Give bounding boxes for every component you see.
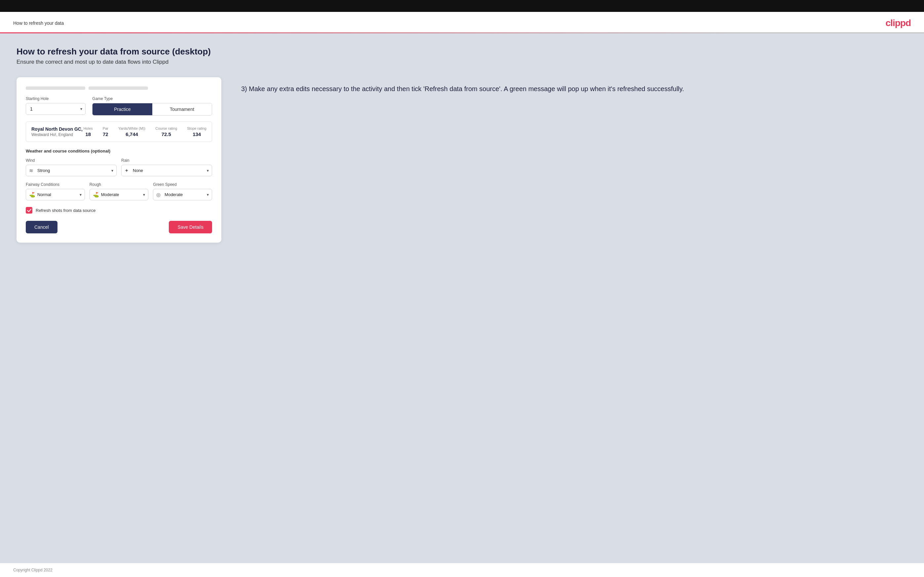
slope-rating-stat: Slope rating 134 — [187, 126, 207, 137]
course-location: Westward Ho!, England — [31, 132, 82, 137]
logo: clippd — [886, 18, 911, 28]
yards-value: 6,744 — [126, 131, 138, 137]
page-heading: How to refresh your data from source (de… — [16, 47, 908, 57]
checkmark-icon — [27, 208, 31, 213]
wind-rain-row: Wind ≋ Strong Calm Light Moderate ▾ — [26, 158, 212, 176]
yards-label: Yards/White (M)) — [118, 126, 145, 131]
card-footer: Cancel Save Details — [26, 221, 212, 234]
tab-stub-1 — [26, 87, 85, 90]
course-name: Royal North Devon GC, — [31, 126, 82, 132]
rain-label: Rain — [121, 158, 212, 163]
two-col-layout: Starting Hole 1 10 ▾ Game Type Practi — [16, 77, 908, 243]
wind-select[interactable]: Strong Calm Light Moderate — [26, 165, 116, 176]
holes-label: Holes — [84, 126, 93, 131]
course-row: Royal North Devon GC, Westward Ho!, Engl… — [26, 121, 212, 142]
starting-hole-select[interactable]: 1 10 — [26, 103, 86, 115]
fairway-select-wrapper: ⛳ Normal Firm Soft ▾ — [26, 189, 85, 200]
fairway-rough-green-row: Fairway Conditions ⛳ Normal Firm Soft ▾ — [26, 182, 212, 200]
refresh-checkbox-row: Refresh shots from data source — [26, 207, 212, 214]
rough-select[interactable]: Moderate Light Heavy — [89, 189, 149, 200]
instruction-col: 3) Make any extra edits necessary to the… — [241, 77, 908, 94]
rain-select-wrapper: ✦ None Light Heavy ▾ — [121, 165, 212, 176]
course-info: Royal North Devon GC, Westward Ho!, Engl… — [31, 126, 82, 137]
tab-stub-2 — [89, 87, 148, 90]
rain-select[interactable]: None Light Heavy — [121, 165, 212, 176]
game-type-group: Game Type Practice Tournament — [92, 97, 212, 116]
green-speed-label: Green Speed — [153, 182, 212, 187]
cancel-button[interactable]: Cancel — [26, 221, 58, 234]
copyright: Copyright Clippd 2022 — [13, 568, 53, 572]
tournament-button[interactable]: Tournament — [152, 103, 212, 115]
fairway-select[interactable]: Normal Firm Soft — [26, 189, 85, 200]
rain-group: Rain ✦ None Light Heavy ▾ — [121, 158, 212, 176]
page-subheading: Ensure the correct and most up to date d… — [16, 59, 908, 65]
practice-button[interactable]: Practice — [92, 103, 152, 115]
header: How to refresh your data clippd — [0, 12, 924, 32]
rough-label: Rough — [89, 182, 149, 187]
green-speed-group: Green Speed ◎ Moderate Slow Fast ▾ — [153, 182, 212, 200]
instruction-text: 3) Make any extra edits necessary to the… — [241, 84, 908, 94]
conditions-section: Weather and course conditions (optional)… — [26, 148, 212, 200]
par-stat: Par 72 — [103, 126, 108, 137]
course-rating-stat: Course rating 72.5 — [155, 126, 177, 137]
yards-stat: Yards/White (M)) 6,744 — [118, 126, 145, 137]
course-stats: Holes 18 Par 72 Yards/White (M)) 6,744 — [84, 126, 207, 137]
content-area: How to refresh your data from source (de… — [0, 33, 924, 563]
par-value: 72 — [103, 131, 108, 137]
conditions-title: Weather and course conditions (optional) — [26, 148, 212, 153]
refresh-checkbox[interactable] — [26, 207, 32, 214]
save-button[interactable]: Save Details — [169, 221, 212, 234]
par-label: Par — [103, 126, 108, 131]
green-speed-select[interactable]: Moderate Slow Fast — [153, 189, 212, 200]
wind-select-wrapper: ≋ Strong Calm Light Moderate ▾ — [26, 165, 116, 176]
game-type-label: Game Type — [92, 97, 212, 101]
fairway-label: Fairway Conditions — [26, 182, 85, 187]
holes-value: 18 — [85, 131, 91, 137]
card-tabs-stub — [26, 87, 212, 90]
rough-group: Rough ⛳ Moderate Light Heavy ▾ — [89, 182, 149, 200]
top-bar — [0, 0, 924, 12]
main-wrapper: How to refresh your data clippd How to r… — [0, 12, 924, 577]
starting-hole-wrapper: 1 10 ▾ — [26, 103, 86, 115]
footer: Copyright Clippd 2022 — [0, 563, 924, 577]
fairway-group: Fairway Conditions ⛳ Normal Firm Soft ▾ — [26, 182, 85, 200]
form-card: Starting Hole 1 10 ▾ Game Type Practi — [16, 77, 221, 243]
game-type-toggle: Practice Tournament — [92, 103, 212, 116]
breadcrumb: How to refresh your data — [13, 21, 64, 26]
slope-rating-value: 134 — [192, 131, 201, 137]
starting-hole-group: Starting Hole 1 10 ▾ — [26, 97, 86, 116]
course-rating-value: 72.5 — [162, 131, 171, 137]
slope-rating-label: Slope rating — [187, 126, 207, 131]
starting-hole-label: Starting Hole — [26, 97, 86, 101]
green-speed-select-wrapper: ◎ Moderate Slow Fast ▾ — [153, 189, 212, 200]
rough-select-wrapper: ⛳ Moderate Light Heavy ▾ — [89, 189, 149, 200]
wind-group: Wind ≋ Strong Calm Light Moderate ▾ — [26, 158, 116, 176]
course-rating-label: Course rating — [155, 126, 177, 131]
holes-stat: Holes 18 — [84, 126, 93, 137]
starting-game-row: Starting Hole 1 10 ▾ Game Type Practi — [26, 97, 212, 116]
wind-label: Wind — [26, 158, 116, 163]
refresh-label: Refresh shots from data source — [36, 208, 95, 213]
